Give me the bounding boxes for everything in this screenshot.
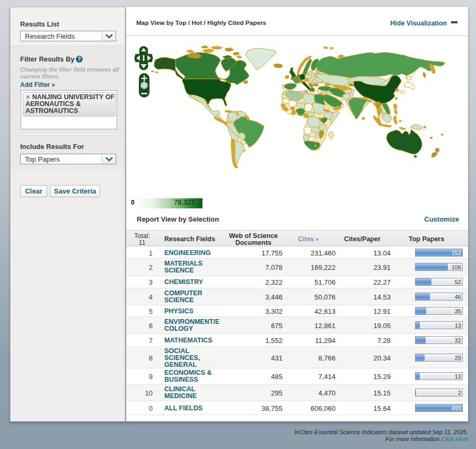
svg-text:78,327: 78,327 <box>174 198 195 206</box>
svg-text:0: 0 <box>131 199 135 206</box>
